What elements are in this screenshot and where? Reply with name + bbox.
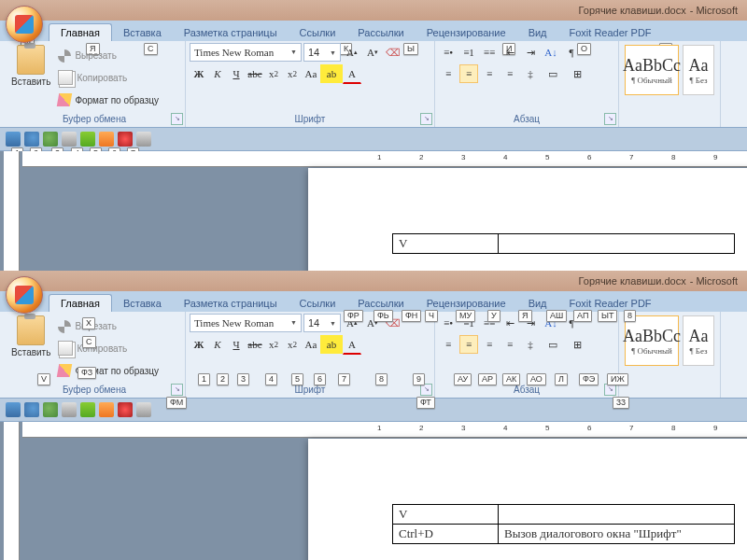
cut-button[interactable]: Вырезать [58,318,159,335]
table-cell[interactable]: V [393,234,499,254]
qat-print-icon[interactable] [62,132,77,147]
tab-refs[interactable]: Ссылки [289,295,347,312]
horizontal-ruler[interactable]: 1 2 3 4 5 6 7 8 9 [22,422,747,438]
borders-button[interactable]: ⊞ [566,335,588,354]
change-case-button[interactable]: Aa [302,64,320,83]
bold-button[interactable]: Ж [190,335,208,354]
align-left-button[interactable]: ≡ [439,335,458,354]
font-launcher[interactable]: ↘ [420,113,432,125]
paste-button[interactable]: Вставить [11,347,50,357]
inc-indent-button[interactable]: ⇥ [521,43,540,62]
line-spacing-button[interactable]: ‡ [521,335,540,354]
tab-view[interactable]: Вид [517,24,558,41]
copy-button[interactable]: Копировать [58,69,159,86]
qat-redo-icon[interactable] [43,132,58,147]
shading-button[interactable]: ▭ [542,335,564,354]
subscript-button[interactable]: x2 [264,335,283,354]
document-table[interactable]: V [392,233,735,254]
qat-undo-icon[interactable] [24,132,39,147]
font-color-button[interactable]: A [343,335,361,355]
qat-save-icon[interactable] [6,402,21,417]
italic-button[interactable]: К [208,335,227,354]
cut-button[interactable]: Вырезать [58,48,159,64]
font-size-combo[interactable]: 14▼ [303,314,341,332]
document-page[interactable]: V Ctrl+DВызов диалогового окна "Шрифт" [308,439,747,560]
office-button[interactable] [6,276,43,314]
qat-save-icon[interactable] [6,132,21,147]
multilevel-button[interactable]: ≡≡ [480,43,499,62]
underline-button[interactable]: Ч [227,335,246,354]
align-center-button[interactable]: ≡ [459,64,478,83]
copy-button[interactable]: Копировать [58,340,159,357]
bullets-button[interactable]: ≡• [439,314,458,332]
tab-review[interactable]: Рецензирование [416,24,517,41]
strike-button[interactable]: abc [246,335,264,354]
qat-table-icon[interactable] [80,132,95,147]
table-cell[interactable] [499,505,735,525]
font-name-combo[interactable]: Times New Roman▼ [190,43,302,62]
table-cell[interactable]: Вызов диалогового окна "Шрифт" [499,525,735,544]
tab-home[interactable]: Главная [49,23,112,41]
align-right-button[interactable]: ≡ [480,335,499,354]
paragraph-launcher[interactable]: ↘ [604,113,616,125]
format-painter-button[interactable]: Формат по образцу [58,362,159,379]
show-marks-button[interactable]: ¶ [562,43,581,62]
horizontal-ruler[interactable]: 1 2 3 4 5 6 7 8 9 [22,151,747,167]
qat-table-icon[interactable] [80,402,95,417]
tab-insert[interactable]: Вставка [112,24,173,41]
qat-icon-6[interactable] [99,132,114,147]
tab-layout[interactable]: Разметка страницы [173,24,289,41]
grow-font-button[interactable]: A▴ [343,43,361,62]
highlight-button[interactable]: ab [320,335,343,354]
change-case-button[interactable]: Aa [302,335,320,354]
qat-icon-8[interactable] [136,132,151,147]
justify-button[interactable]: ≡ [500,335,519,354]
clear-format-button[interactable]: ⌫ [384,43,402,62]
qat-icon-7[interactable] [118,402,133,417]
paste-icon[interactable] [17,315,45,345]
align-left-button[interactable]: ≡ [439,64,458,83]
subscript-button[interactable]: x2 [264,64,283,83]
dec-indent-button[interactable]: ⇤ [500,314,519,332]
style-normal[interactable]: AaBbCc ¶ Обычный [625,45,679,95]
document-table[interactable]: V Ctrl+DВызов диалогового окна "Шрифт" [392,504,735,544]
office-button[interactable] [6,6,43,43]
table-cell[interactable]: V [393,505,499,525]
qat-icon-8[interactable] [136,402,151,417]
shrink-font-button[interactable]: A▾ [363,43,382,62]
table-cell[interactable] [499,234,735,254]
tab-mail[interactable]: Рассылки [346,24,415,41]
tab-home[interactable]: Главная [49,294,112,312]
qat-icon-6[interactable] [99,402,114,417]
qat-undo-icon[interactable] [24,402,39,417]
clipboard-launcher[interactable]: ↘ [171,384,183,396]
tab-insert[interactable]: Вставка [112,295,173,312]
font-size-combo[interactable]: 14▼ [303,43,341,62]
qat-redo-icon[interactable] [43,402,58,417]
tab-layout[interactable]: Разметка страницы [173,295,289,312]
table-cell[interactable]: Ctrl+D [393,525,499,544]
style-normal[interactable]: AaBbCc ¶ Обычный [625,315,679,366]
tab-foxit[interactable]: Foxit Reader PDF [558,24,663,41]
underline-button[interactable]: Ч [227,64,246,83]
style-nospacing[interactable]: Aa ¶ Без [683,315,714,366]
borders-button[interactable]: ⊞ [566,64,588,83]
font-name-combo[interactable]: Times New Roman▼ [190,314,302,332]
style-nospacing[interactable]: Aa ¶ Без [683,45,714,95]
dec-indent-button[interactable]: ⇤ [500,43,519,62]
superscript-button[interactable]: x2 [283,64,302,83]
numbering-button[interactable]: ≡1 [459,43,478,62]
vertical-ruler[interactable] [4,422,20,560]
line-spacing-button[interactable]: ‡ [521,64,540,83]
superscript-button[interactable]: x2 [283,335,302,354]
qat-print-icon[interactable] [62,402,77,417]
tab-refs[interactable]: Ссылки [289,24,347,41]
italic-button[interactable]: К [208,64,227,83]
paste-button[interactable]: Вставить [11,77,50,87]
bold-button[interactable]: Ж [190,64,208,83]
align-right-button[interactable]: ≡ [480,64,499,83]
sort-button[interactable]: A↓ [542,43,560,62]
strike-button[interactable]: abc [246,64,264,83]
clipboard-launcher[interactable]: ↘ [171,113,183,125]
justify-button[interactable]: ≡ [500,64,519,83]
